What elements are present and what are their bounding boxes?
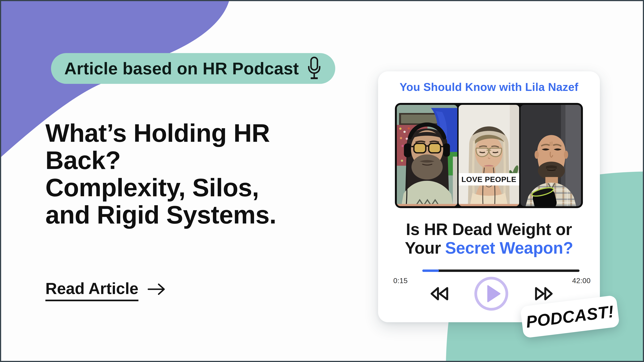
podcast-badge: Article based on HR Podcast — [51, 53, 335, 84]
arrow-right-icon — [148, 282, 167, 296]
rewind-icon — [430, 286, 451, 301]
page-title: What’s Holding HR Back? Complexity, Silo… — [46, 119, 276, 228]
headline-line: Back? — [46, 147, 276, 174]
thumbnail-caption: LOVE PEOPLE — [458, 173, 519, 185]
podcast-player-card: You Should Know with Lila Nazef — [378, 71, 600, 322]
fast-forward-icon — [532, 286, 553, 301]
total-duration: 42:00 — [572, 277, 590, 285]
episode-thumbnail[interactable]: LOVE PEOPLE — [395, 103, 583, 208]
banner-root: Article based on HR Podcast What’s Holdi… — [0, 0, 644, 362]
read-article-link[interactable]: Read Article — [46, 279, 167, 301]
show-title: You Should Know with Lila Nazef — [378, 81, 600, 93]
badge-label: Article based on HR Podcast — [64, 59, 299, 78]
episode-title-line2: YourSecret Weapon? — [378, 239, 600, 257]
read-article-label: Read Article — [46, 279, 138, 301]
speaker-panel-right — [520, 105, 581, 206]
fast-forward-button[interactable] — [532, 286, 553, 301]
episode-title-line2-highlight: Secret Weapon? — [445, 239, 573, 257]
rewind-button[interactable] — [430, 286, 451, 301]
episode-title-line2-prefix: Your — [405, 239, 441, 257]
headline-line: and Rigid Systems. — [46, 201, 276, 228]
headline-line: Complexity, Silos, — [46, 174, 276, 201]
microphone-icon — [306, 56, 322, 81]
play-button[interactable] — [473, 276, 510, 312]
play-icon — [473, 276, 510, 312]
elapsed-time: 0:15 — [393, 277, 408, 285]
episode-title: Is HR Dead Weight or YourSecret Weapon? — [378, 220, 600, 257]
podcast-sticker-label: PODCAST! — [525, 302, 615, 331]
speaker-panel-center: LOVE PEOPLE — [458, 105, 519, 206]
speaker-panel-left — [397, 105, 457, 206]
episode-title-line1: Is HR Dead Weight or — [378, 220, 600, 239]
progress-bar[interactable] — [422, 270, 580, 272]
headline-line: What’s Holding HR — [46, 119, 276, 147]
progress-fill — [422, 270, 439, 272]
